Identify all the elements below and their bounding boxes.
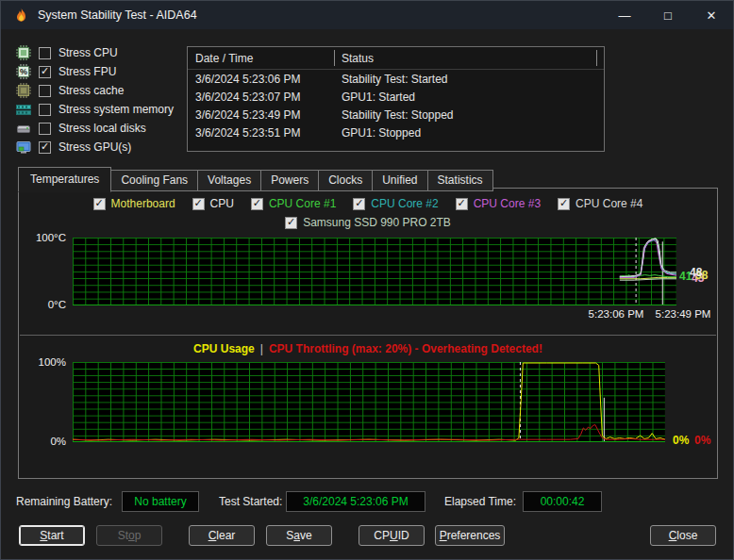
cpu-checkbox[interactable]: ✓ (192, 198, 205, 210)
tab-voltages[interactable]: Voltages (197, 170, 261, 191)
tab-strip: Temperatures Cooling Fans Voltages Power… (18, 167, 492, 191)
legend-item-ssd: ✓Samsung SSD 990 PRO 2TB (285, 216, 451, 229)
legend-label: CPU Core #1 (269, 197, 336, 210)
stress-fpu-label: Stress FPU (58, 65, 116, 78)
cpu-core-2-checkbox[interactable]: ✓ (353, 198, 365, 210)
stress-row-fpu: % ✓ Stress FPU (16, 62, 174, 81)
window-controls: — □ ✕ (603, 1, 733, 29)
stop-button[interactable]: Stop (96, 525, 162, 546)
stress-cache-label: Stress cache (58, 84, 124, 97)
legend-item-motherboard: ✓Motherboard (93, 197, 175, 210)
test-started-label: Test Started: (219, 495, 282, 508)
legend-item-cpu-core-2: ✓CPU Core #2 (353, 197, 438, 210)
cpu-icon (16, 45, 31, 60)
svg-text:%: % (20, 67, 27, 76)
tab-temperatures[interactable]: Temperatures (18, 167, 111, 192)
close-button[interactable]: Close (650, 525, 716, 546)
label-part: C (669, 529, 677, 542)
stress-cpu-label: Stress CPU (58, 46, 118, 59)
clear-button[interactable]: Clear (189, 525, 255, 546)
stress-memory-checkbox[interactable]: ✓ (39, 104, 51, 116)
stress-gpu-label: Stress GPU(s) (58, 140, 131, 154)
stress-memory-label: Stress system memory (58, 103, 174, 116)
stress-row-cpu: ✓ Stress CPU (16, 43, 174, 62)
title-separator: | (255, 342, 269, 355)
label-part: ID (398, 529, 409, 542)
minimize-icon: — (619, 8, 631, 23)
check-icon: ✓ (41, 66, 49, 76)
log-cell-time: 3/6/2024 5:23:49 PM (188, 108, 334, 122)
label-part: lear (216, 529, 235, 542)
label-part: C (209, 529, 217, 542)
tab-unified[interactable]: Unified (372, 170, 427, 191)
stress-cache-checkbox[interactable]: ✓ (39, 85, 51, 97)
check-icon: ✓ (94, 198, 103, 208)
close-icon: ✕ (707, 8, 717, 23)
label-part: ve (300, 529, 312, 542)
log-row[interactable]: 3/6/2024 5:23:06 PM Stability Test: Star… (188, 70, 604, 88)
stress-row-disks: ✓ Stress local disks (16, 119, 174, 138)
tab-cooling-fans[interactable]: Cooling Fans (110, 170, 198, 191)
stress-disks-checkbox[interactable]: ✓ (39, 123, 51, 135)
cache-icon (16, 83, 31, 98)
legend-label: CPU Core #3 (474, 197, 541, 210)
legend-item-cpu-core-4: ✓CPU Core #4 (558, 197, 642, 210)
title-bar: System Stability Test - AIDA64 — □ ✕ (1, 1, 733, 29)
app-window: System Stability Test - AIDA64 — □ ✕ ✓ S… (0, 0, 734, 560)
label-part: S (40, 529, 47, 542)
column-divider (334, 50, 335, 66)
check-icon: ✓ (41, 141, 49, 152)
stress-cpu-checkbox[interactable]: ✓ (39, 47, 51, 59)
temp-axis-max-label: 100°C (23, 232, 66, 243)
event-log: Date / Time Status 3/6/2024 5:23:06 PM S… (187, 46, 605, 152)
cpuid-button[interactable]: CPUID (359, 525, 425, 546)
legend-label: CPU (210, 197, 234, 210)
close-window-button[interactable]: ✕ (690, 1, 733, 29)
save-button[interactable]: Save (266, 525, 332, 546)
stress-gpu-checkbox[interactable]: ✓ (39, 141, 51, 154)
label-part: S (286, 529, 293, 542)
tab-powers[interactable]: Powers (260, 170, 319, 191)
legend-item-cpu: ✓CPU (192, 197, 234, 210)
maximize-icon: □ (664, 8, 672, 23)
tab-statistics[interactable]: Statistics (427, 170, 493, 191)
elapsed-time-value: 00:00:42 (541, 495, 585, 508)
gpu-icon (16, 140, 31, 155)
preferences-button[interactable]: Preferences (435, 525, 505, 546)
window-title: System Stability Test - AIDA64 (38, 8, 197, 22)
log-row[interactable]: 3/6/2024 5:23:07 PM GPU1: Started (188, 88, 604, 106)
disk-icon (16, 121, 31, 136)
maximize-button[interactable]: □ (646, 1, 690, 29)
usage-axis-max-label: 100% (23, 356, 66, 368)
minimize-button[interactable]: — (603, 1, 646, 29)
stress-fpu-checkbox[interactable]: ✓ (39, 66, 51, 78)
check-icon: ✓ (355, 198, 363, 208)
log-cell-status: Stability Test: Started (334, 73, 604, 86)
legend-label: Motherboard (111, 197, 175, 210)
log-row[interactable]: 3/6/2024 5:23:51 PM GPU1: Stopped (188, 124, 604, 141)
test-started-field: 3/6/2024 5:23:06 PM (286, 491, 425, 512)
log-cell-status: Stability Test: Stopped (334, 108, 604, 122)
elapsed-time-label: Elapsed Time: (444, 495, 516, 508)
label-part: St (118, 529, 128, 542)
motherboard-checkbox[interactable]: ✓ (93, 198, 106, 210)
temperature-legend-row-1: ✓Motherboard ✓CPU ✓CPU Core #1 ✓CPU Core… (19, 197, 717, 210)
label-part: tart (47, 529, 63, 542)
log-cell-time: 3/6/2024 5:23:06 PM (188, 73, 334, 86)
battery-value-field: No battery (122, 491, 199, 512)
label-part: a (293, 529, 300, 542)
start-button[interactable]: Start (19, 525, 85, 546)
ssd-checkbox[interactable]: ✓ (285, 217, 297, 229)
log-cell-time: 3/6/2024 5:23:07 PM (188, 91, 334, 104)
cpu-core-1-checkbox[interactable]: ✓ (251, 198, 263, 210)
label-part: references (447, 529, 501, 542)
cpu-usage-title: CPU Usage (193, 342, 255, 355)
legend-item-cpu-core-3: ✓CPU Core #3 (456, 197, 541, 210)
log-row[interactable]: 3/6/2024 5:23:49 PM Stability Test: Stop… (188, 106, 604, 124)
stress-disks-label: Stress local disks (58, 122, 146, 135)
tab-clocks[interactable]: Clocks (318, 170, 373, 191)
cpu-usage-chart-title: CPU Usage|CPU Throttling (max: 20%) - Ov… (19, 342, 717, 355)
cpu-core-3-checkbox[interactable]: ✓ (456, 198, 468, 210)
cpu-core-4-checkbox[interactable]: ✓ (558, 198, 570, 210)
label-part: U (390, 529, 398, 542)
